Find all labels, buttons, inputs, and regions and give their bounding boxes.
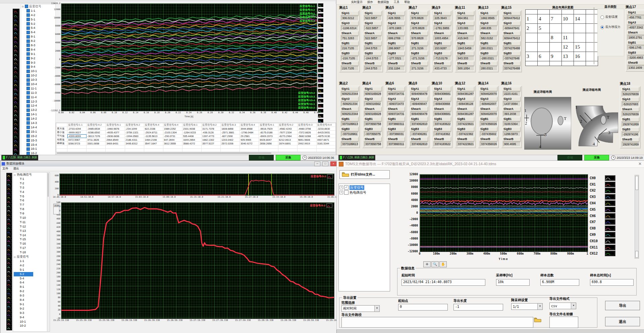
stats-cell[interactable]: 1608.6858: [221, 127, 240, 131]
checkbox-icon[interactable]: [26, 61, 30, 64]
legend-waveform-icon[interactable]: [318, 69, 325, 73]
checkbox-icon[interactable]: [26, 82, 30, 86]
stats-cell[interactable]: -2103.1304: [163, 131, 182, 134]
tl-store-button[interactable]: 存储: [249, 155, 274, 160]
pan-tool-icon[interactable]: ✋: [439, 261, 447, 267]
tr-collect-button[interactable]: 采集: [584, 155, 609, 160]
stats-cell[interactable]: 1203.0402: [221, 138, 240, 142]
checkbox-icon[interactable]: [26, 57, 30, 60]
sidebar-item-15-2[interactable]: 15-2: [22, 134, 55, 138]
channel-row-CH2[interactable]: CH2: [590, 188, 633, 194]
tree-item-T-6[interactable]: T-6: [14, 198, 47, 203]
radio-icon[interactable]: [600, 25, 604, 29]
tree-item-9-4[interactable]: 9-4: [14, 315, 47, 320]
stats-cell[interactable]: -4399.8099: [67, 134, 87, 138]
legend-waveform-icon[interactable]: [318, 28, 325, 33]
checkbox-icon[interactable]: [26, 31, 30, 34]
checkbox-icon[interactable]: [26, 40, 30, 43]
tree-item-9-2[interactable]: 9-2: [14, 307, 47, 311]
stats-cell[interactable]: -8175.0186: [259, 131, 278, 134]
br-channel-scrollbar[interactable]: [635, 175, 639, 259]
tl-collect-button[interactable]: 采集: [276, 155, 301, 160]
stats-cell[interactable]: 2874.6891: [278, 142, 297, 145]
checkbox-icon[interactable]: [26, 65, 30, 69]
tree-item-6-4[interactable]: 6-4: [14, 280, 47, 285]
stats-cell[interactable]: -4935.4377: [106, 131, 125, 134]
stats-cell[interactable]: -4875.9130: [316, 134, 335, 138]
tree-item-T-2[interactable]: T-2: [14, 181, 47, 186]
checkbox-icon[interactable]: [344, 190, 348, 195]
stats-cell[interactable]: -9999.9027: [67, 131, 87, 134]
menu-item-退出[interactable]: 退出: [13, 166, 19, 171]
export-button[interactable]: 导出: [605, 301, 640, 310]
channel-row-CH12[interactable]: CH12: [590, 251, 633, 257]
tree-item-T-16[interactable]: T-16: [14, 242, 47, 246]
stats-cell[interactable]: 3171.7378: [202, 127, 221, 131]
legend-waveform-icon[interactable]: [318, 59, 325, 63]
stats-cell[interactable]: 647.2694: [163, 138, 182, 142]
checkbox-icon[interactable]: [26, 74, 30, 77]
checkbox-icon[interactable]: [26, 22, 30, 25]
tree-item-T-10[interactable]: T-10: [14, 216, 47, 220]
stats-cell[interactable]: -6273.2964: [278, 134, 297, 138]
stats-cell[interactable]: -2733.4294: [67, 127, 87, 131]
tl-stats-table[interactable]: 应变信号/1-1应变信号/4-2应变信号/5-1应变信号/5-2应变信号/5-4…: [56, 123, 336, 152]
tree-item-9-3[interactable]: 9-3: [14, 311, 47, 315]
checkbox-icon[interactable]: [26, 147, 30, 151]
channel-row-CH11[interactable]: CH11: [590, 244, 633, 251]
legend-waveform-icon[interactable]: [318, 79, 325, 83]
tree-item-T-14[interactable]: T-14: [14, 233, 47, 238]
radio-option-应力/剪应力[interactable]: 应力/剪应力: [600, 25, 624, 29]
stats-cell[interactable]: -607.2990: [221, 134, 240, 138]
stats-cell[interactable]: 3266.5723: [67, 142, 87, 145]
stats-cell[interactable]: -5516.7529: [259, 127, 278, 131]
checkbox-icon[interactable]: [26, 52, 30, 56]
tree-item-T-12[interactable]: T-12: [14, 224, 47, 229]
collapse-icon[interactable]: ⊟: [14, 255, 16, 259]
radio-option-应变/温度[interactable]: 应变/温度: [600, 15, 624, 19]
legend-waveform-icon[interactable]: [318, 23, 325, 28]
maximize-button[interactable]: □: [322, 161, 328, 166]
stats-cell[interactable]: 6212.0613: [278, 138, 297, 142]
stats-cell[interactable]: -6909.2073: [259, 134, 278, 138]
browse-folder-icon[interactable]: [534, 317, 541, 323]
legend-waveform-icon[interactable]: [318, 34, 325, 38]
downsample-combo[interactable]: 1/1 ▼: [511, 303, 543, 310]
checkbox-icon[interactable]: [26, 113, 30, 116]
legend-waveform-icon[interactable]: [318, 104, 325, 108]
sidebar-item-14-4[interactable]: 14-4: [22, 125, 55, 130]
stats-cell[interactable]: 622.2336: [144, 127, 163, 131]
br-tree-item-应变信号[interactable]: +✓应变信号: [339, 185, 389, 190]
stats-cell[interactable]: -290.0731: [163, 134, 182, 138]
stats-cell[interactable]: -2924.8711: [144, 131, 163, 134]
stats-cell[interactable]: -1264.9233: [182, 131, 201, 134]
tree-item-10-1[interactable]: 10-1: [14, 320, 47, 324]
stats-cell[interactable]: -7677.2334: [278, 131, 297, 134]
export-format-combo[interactable]: csv ▼: [549, 303, 576, 309]
legend-waveform-icon[interactable]: [318, 3, 325, 8]
checkbox-icon[interactable]: [26, 35, 30, 39]
sidebar-item-15-3[interactable]: 15-3: [22, 138, 55, 143]
checkbox-icon[interactable]: [26, 100, 30, 103]
checkbox-icon[interactable]: ✓: [344, 185, 348, 190]
stats-cell[interactable]: -3613.7376: [87, 134, 106, 138]
export-length-input[interactable]: -1: [453, 304, 503, 311]
cursor-tool-icon[interactable]: ✛: [423, 261, 431, 267]
stats-cell[interactable]: 3301.0658: [87, 142, 106, 145]
br-tree-item-热电偶信号[interactable]: +热电偶信号: [339, 190, 389, 195]
legend-waveform-icon[interactable]: [318, 18, 325, 23]
legend-waveform-icon[interactable]: [318, 39, 325, 43]
collapse-icon[interactable]: ⊟: [22, 4, 24, 9]
stats-cell[interactable]: -4582.4243: [278, 127, 297, 131]
stats-cell[interactable]: -1135.5613: [144, 134, 163, 138]
export-prefix-input[interactable]: [549, 317, 578, 328]
menu-item-文件[interactable]: 文件: [2, 166, 8, 171]
menu-item-帮助[interactable]: 帮助: [404, 0, 410, 4]
tree-item-T-18[interactable]: T-18: [14, 250, 47, 255]
stats-cell[interactable]: 2658.2656: [259, 142, 278, 145]
stats-cell[interactable]: -234.1099: [125, 127, 144, 131]
tree-item-5-4[interactable]: 5-4: [14, 276, 47, 281]
channel-row-CH0[interactable]: CH0: [590, 175, 633, 181]
chevron-down-icon[interactable]: ▼: [571, 303, 576, 309]
checkbox-icon[interactable]: [26, 126, 30, 129]
